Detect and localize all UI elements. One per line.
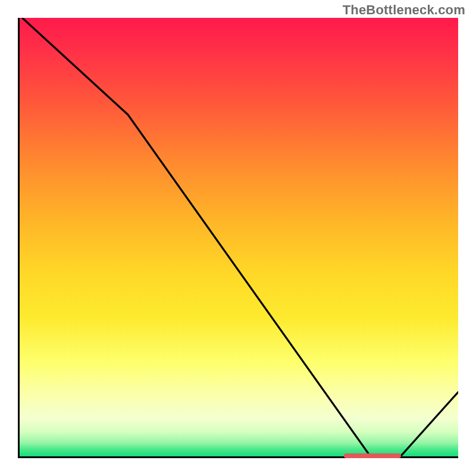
plot-area [18,18,458,458]
optimum-marker [344,453,401,458]
curve-path [22,18,458,456]
watermark-text: TheBottleneck.com [343,2,465,18]
chart-container: TheBottleneck.com [0,0,476,476]
curve-svg [18,18,458,458]
